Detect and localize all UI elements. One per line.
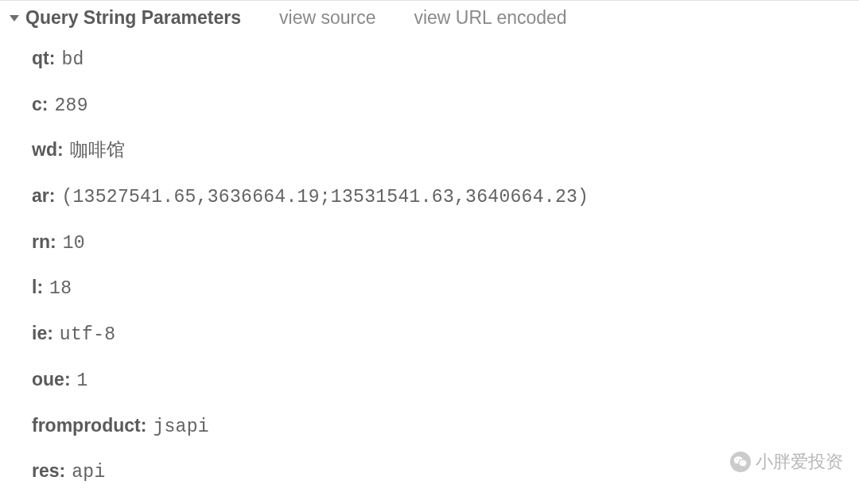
param-key: ie: bbox=[32, 316, 53, 351]
param-value: 18 bbox=[49, 272, 72, 307]
param-row: callback: BMap._rd._cbk25859 bbox=[32, 495, 859, 504]
param-value: 咖啡馆 bbox=[70, 134, 126, 169]
view-source-link[interactable]: view source bbox=[279, 7, 375, 29]
param-key: oue: bbox=[32, 362, 71, 397]
chevron-down-icon[interactable] bbox=[10, 15, 19, 21]
wechat-icon bbox=[730, 452, 751, 472]
watermark-text: 小胖爱投资 bbox=[756, 450, 843, 474]
params-list: qt: bd c: 289 wd: 咖啡馆 ar: (13527541.65,3… bbox=[0, 35, 859, 504]
param-value: api bbox=[72, 456, 105, 490]
param-row: c: 289 bbox=[32, 83, 859, 129]
param-key: rn: bbox=[32, 225, 56, 260]
param-key: wd: bbox=[32, 133, 64, 168]
param-row: fromproduct: jsapi bbox=[32, 404, 859, 450]
param-key: fromproduct: bbox=[32, 409, 146, 444]
param-row: wd: 咖啡馆 bbox=[32, 128, 859, 174]
param-row: rn: 10 bbox=[32, 220, 859, 266]
section-header: Query String Parameters view source view… bbox=[0, 0, 859, 35]
param-row: ie: utf-8 bbox=[32, 312, 859, 358]
param-value: utf-8 bbox=[60, 318, 116, 353]
param-row: oue: 1 bbox=[32, 358, 859, 404]
watermark: 小胖爱投资 bbox=[730, 450, 843, 474]
param-value: (13527541.65,3636664.19;13531541.63,3640… bbox=[61, 180, 589, 215]
param-value: 289 bbox=[54, 89, 87, 124]
view-url-encoded-link[interactable]: view URL encoded bbox=[414, 7, 566, 29]
param-key: c: bbox=[32, 87, 48, 122]
param-key: res: bbox=[32, 454, 65, 489]
param-key: ar: bbox=[32, 179, 55, 214]
param-row: qt: bd bbox=[32, 37, 859, 83]
param-row: ar: (13527541.65,3636664.19;13531541.63,… bbox=[32, 174, 859, 220]
param-value: bd bbox=[61, 43, 84, 78]
param-row: l: 18 bbox=[32, 266, 859, 312]
section-title: Query String Parameters bbox=[25, 7, 241, 29]
param-key: callback: bbox=[32, 500, 110, 504]
param-key: l: bbox=[32, 270, 43, 305]
param-value: 10 bbox=[63, 227, 85, 262]
param-value: 1 bbox=[77, 364, 88, 399]
param-key: qt: bbox=[32, 41, 55, 76]
param-value: jsapi bbox=[153, 410, 209, 445]
